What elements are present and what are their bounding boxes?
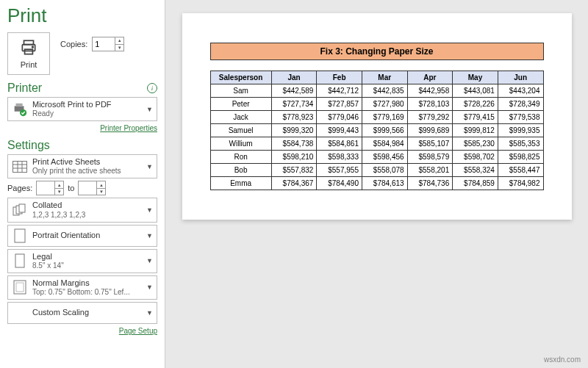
table-cell: $442,589 xyxy=(271,84,317,98)
table-cell: Jack xyxy=(210,111,271,124)
table-cell: $558,201 xyxy=(407,164,453,177)
table-cell: $784,367 xyxy=(271,177,317,190)
table-cell: $585,230 xyxy=(453,137,498,151)
svg-rect-14 xyxy=(19,204,25,212)
table-cell: $442,958 xyxy=(407,84,453,98)
table-cell: $779,292 xyxy=(407,111,453,124)
table-cell: $779,415 xyxy=(453,111,498,124)
table-cell: $999,320 xyxy=(271,124,317,137)
print-preview: Fix 3: Changing Paper Size SalespersonJa… xyxy=(165,0,588,368)
page-setup-link[interactable]: Page Setup xyxy=(7,327,157,335)
settings-section-header: Settings xyxy=(7,139,157,152)
copies-input[interactable] xyxy=(93,37,115,51)
table-cell: $558,324 xyxy=(453,164,498,177)
chevron-down-icon: ▼ xyxy=(146,309,153,317)
collated-select[interactable]: Collated 1,2,3 1,2,3 1,2,3 ▼ xyxy=(7,198,157,222)
table-header-cell: Mar xyxy=(362,71,407,84)
pages-from-input[interactable] xyxy=(37,181,54,195)
table-header-cell: Salesperson xyxy=(210,71,271,84)
table-cell: $442,835 xyxy=(362,84,407,98)
paper-icon xyxy=(12,253,28,269)
printer-icon xyxy=(19,38,38,59)
svg-rect-7 xyxy=(13,161,27,172)
orientation-select[interactable]: Portrait Orientation ▼ xyxy=(7,225,157,247)
pages-to-field[interactable]: ▲▼ xyxy=(78,181,106,195)
orientation-main: Portrait Orientation xyxy=(32,231,100,240)
preview-title: Fix 3: Changing Paper Size xyxy=(210,43,544,60)
table-cell: $728,103 xyxy=(407,98,453,111)
print-button-label: Print xyxy=(21,60,37,69)
paper-size-select[interactable]: Legal 8.5" x 14" ▼ xyxy=(7,249,157,273)
table-cell: $598,702 xyxy=(453,151,498,164)
svg-rect-16 xyxy=(15,254,24,267)
print-sidebar: Print Print Copies: ▲ ▼ Printer i xyxy=(0,0,165,368)
printer-name: Microsoft Print to PDF xyxy=(32,100,112,109)
info-icon[interactable]: i xyxy=(147,83,157,93)
table-cell: $999,935 xyxy=(498,124,543,137)
table-cell: $779,538 xyxy=(498,111,543,124)
scaling-icon xyxy=(12,305,28,321)
printer-select[interactable]: Microsoft Print to PDF Ready ▼ xyxy=(7,97,157,121)
pages-from-arrows[interactable]: ▲▼ xyxy=(54,181,63,195)
collated-main: Collated xyxy=(32,201,85,210)
table-header-cell: Jun xyxy=(498,71,543,84)
collated-icon xyxy=(12,202,28,218)
margins-icon xyxy=(12,279,28,295)
pages-to-input[interactable] xyxy=(79,181,96,195)
table-cell: $558,447 xyxy=(498,164,543,177)
orientation-icon xyxy=(12,228,28,244)
table-cell: Emma xyxy=(210,177,271,190)
pages-row: Pages: ▲▼ to ▲▼ xyxy=(7,181,157,195)
chevron-down-icon: ▼ xyxy=(146,232,153,239)
printer-properties-link[interactable]: Printer Properties xyxy=(7,124,157,132)
table-cell: $557,832 xyxy=(271,164,317,177)
printer-section-header: Printer i xyxy=(7,82,157,95)
print-sheets-select[interactable]: Print Active Sheets Only print the activ… xyxy=(7,154,157,178)
pages-label: Pages: xyxy=(7,184,32,192)
table-cell: $585,353 xyxy=(498,137,543,151)
chevron-up-icon[interactable]: ▲ xyxy=(115,37,123,45)
table-cell: Sam xyxy=(210,84,271,98)
copies-arrows[interactable]: ▲ ▼ xyxy=(115,37,123,51)
chevron-down-icon: ▼ xyxy=(146,106,153,113)
svg-point-3 xyxy=(32,46,34,48)
table-cell: $598,456 xyxy=(362,151,407,164)
chevron-down-icon[interactable]: ▼ xyxy=(115,45,123,51)
table-header-cell: Feb xyxy=(317,71,362,84)
table-cell: $727,734 xyxy=(271,98,317,111)
copies-spinner[interactable]: ▲ ▼ xyxy=(92,37,124,51)
table-cell: $598,210 xyxy=(271,151,317,164)
chevron-down-icon: ▼ xyxy=(146,257,153,264)
table-cell: $779,169 xyxy=(362,111,407,124)
table-cell: $584,738 xyxy=(271,137,317,151)
collated-sub: 1,2,3 1,2,3 1,2,3 xyxy=(32,211,85,220)
pages-to-arrows[interactable]: ▲▼ xyxy=(96,181,105,195)
pages-from-field[interactable]: ▲▼ xyxy=(36,181,64,195)
margins-select[interactable]: Normal Margins Top: 0.75" Bottom: 0.75" … xyxy=(7,275,157,300)
table-header-cell: May xyxy=(453,71,498,84)
table-cell: Peter xyxy=(210,98,271,111)
table-cell: $784,490 xyxy=(317,177,362,190)
print-sheets-main: Print Active Sheets xyxy=(32,157,121,167)
preview-page: Fix 3: Changing Paper Size SalespersonJa… xyxy=(182,13,572,220)
table-row: Sam$442,589$442,712$442,835$442,958$443,… xyxy=(210,84,543,98)
chevron-down-icon: ▼ xyxy=(146,163,153,170)
table-row: Peter$727,734$727,857$727,980$728,103$72… xyxy=(210,98,543,111)
paper-main: Legal xyxy=(32,252,64,261)
copies-label: Copies: xyxy=(60,40,87,48)
table-cell: $727,857 xyxy=(317,98,362,111)
print-button[interactable]: Print xyxy=(7,32,50,75)
table-header-row: SalespersonJanFebMarAprMayJun xyxy=(210,71,543,84)
settings-section-label: Settings xyxy=(7,139,50,152)
printer-status-icon xyxy=(12,101,28,118)
table-cell: $443,081 xyxy=(453,84,498,98)
paper-sub: 8.5" x 14" xyxy=(32,261,64,270)
table-row: Jack$778,923$779,046$779,169$779,292$779… xyxy=(210,111,543,124)
table-cell: $779,046 xyxy=(317,111,362,124)
table-cell: $999,689 xyxy=(407,124,453,137)
preview-table: SalespersonJanFebMarAprMayJun Sam$442,58… xyxy=(210,71,544,190)
sheets-icon xyxy=(12,159,28,175)
printer-status: Ready xyxy=(32,109,112,118)
scaling-select[interactable]: Custom Scaling ▼ xyxy=(7,302,157,324)
print-sheets-sub: Only print the active sheets xyxy=(32,167,121,176)
